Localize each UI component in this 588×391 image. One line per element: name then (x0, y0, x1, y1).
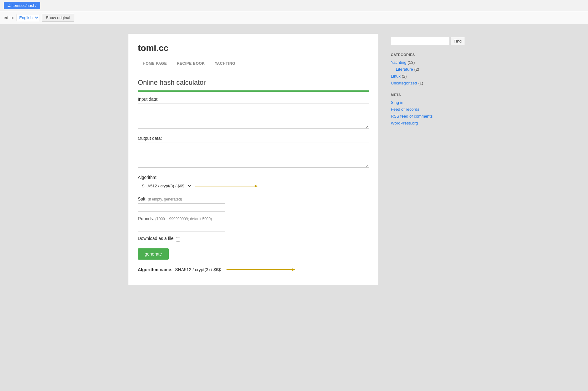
category-link-literature[interactable]: Literature (396, 67, 413, 72)
search-input[interactable] (391, 37, 449, 45)
rounds-section: Rounds: (1000 ~ 999999999; default 5000) (138, 216, 369, 231)
download-label: Download as a file (138, 236, 173, 241)
algorithm-label: Algorithm: (138, 175, 369, 180)
green-divider (138, 90, 369, 92)
algo-name-row: Algorithm name: SHA512 / crypt(3) / $6$ (138, 267, 369, 272)
language-select[interactable]: English (17, 14, 39, 21)
page-title: Online hash calculator (138, 79, 369, 87)
download-section: Download as a file (138, 236, 369, 243)
rounds-label: Rounds: (1000 ~ 999999999; default 5000) (138, 216, 369, 221)
salt-input[interactable] (138, 203, 225, 212)
category-count-yachting: (13) (408, 60, 415, 65)
browser-tab[interactable]: ⇄ tomi.cc/hash/ (4, 2, 40, 9)
find-button[interactable]: Find (450, 37, 465, 45)
search-row: Find (391, 37, 460, 45)
category-uncategorized: Uncategorized (1) (391, 80, 460, 85)
categories-title: CATEGORIES (391, 53, 460, 57)
output-data-textarea[interactable] (138, 143, 369, 168)
meta-rss: RSS feed of comments (391, 114, 460, 119)
category-link-linux[interactable]: Linux (391, 74, 401, 79)
category-count-linux: (2) (402, 74, 407, 79)
algorithm-section: Algorithm: SHA512 / crypt(3) / $6$ SHA25… (138, 175, 369, 190)
category-link-yachting[interactable]: Yachting (391, 60, 406, 65)
output-data-label: Output data: (138, 136, 369, 141)
algorithm-row: SHA512 / crypt(3) / $6$ SHA256 / crypt(3… (138, 182, 369, 190)
generate-button[interactable]: generate (138, 248, 169, 260)
translate-label: ed to: (4, 15, 14, 20)
algo-name-label: Algorithm name: (138, 267, 172, 272)
input-data-label: Input data: (138, 97, 369, 102)
algo-name-value: SHA512 / crypt(3) / $6$ (175, 267, 221, 272)
download-checkbox[interactable] (176, 237, 180, 241)
site-nav: HOME PAGE RECIPE BOOK YACHTING (138, 58, 369, 69)
main-content: tomi.cc HOME PAGE RECIPE BOOK YACHTING O… (128, 34, 378, 285)
tab-url: tomi.cc/hash/ (12, 3, 37, 8)
algorithm-select[interactable]: SHA512 / crypt(3) / $6$ SHA256 / crypt(3… (138, 182, 192, 190)
category-count-uncategorized: (1) (418, 81, 423, 85)
category-link-uncategorized[interactable]: Uncategorized (391, 81, 417, 85)
salt-section: Salt: (if empty, generated) (138, 196, 369, 212)
salt-hint: (if empty, generated) (148, 197, 182, 201)
nav-home[interactable]: HOME PAGE (138, 58, 172, 69)
input-data-section: Input data: (138, 97, 369, 129)
salt-label: Salt: (if empty, generated) (138, 196, 369, 201)
meta-feed: Feed of records (391, 107, 460, 112)
translation-bar: ed to: English Show original (0, 11, 588, 24)
show-original-button[interactable]: Show original (42, 14, 74, 22)
output-data-section: Output data: (138, 136, 369, 169)
algorithm-arrow-annotation (195, 184, 258, 188)
sidebar: Find CATEGORIES Yachting (13) Literature… (391, 34, 460, 285)
meta-signin: Sing in (391, 100, 460, 105)
meta-wordpress: WordPress.org (391, 120, 460, 125)
category-literature: Literature (2) (391, 67, 460, 72)
category-count-literature: (2) (414, 67, 419, 72)
categories-section: CATEGORIES Yachting (13) Literature (2) … (391, 53, 460, 85)
page-container: tomi.cc HOME PAGE RECIPE BOOK YACHTING O… (122, 34, 466, 285)
browser-bar: ⇄ tomi.cc/hash/ (0, 0, 588, 11)
meta-link-wordpress[interactable]: WordPress.org (391, 121, 418, 125)
nav-recipe[interactable]: RECIPE BOOK (172, 58, 210, 69)
nav-yachting[interactable]: YACHTING (210, 58, 240, 69)
svg-marker-1 (255, 185, 258, 187)
svg-marker-3 (292, 268, 295, 271)
meta-link-signin[interactable]: Sing in (391, 100, 403, 105)
page-background: tomi.cc HOME PAGE RECIPE BOOK YACHTING O… (0, 24, 588, 391)
meta-link-rss[interactable]: RSS feed of comments (391, 114, 433, 119)
meta-section: META Sing in Feed of records RSS feed of… (391, 93, 460, 125)
tab-icon: ⇄ (7, 3, 11, 8)
rounds-input[interactable] (138, 223, 225, 231)
category-yachting: Yachting (13) (391, 60, 460, 65)
meta-title: META (391, 93, 460, 97)
site-title: tomi.cc (138, 43, 369, 53)
meta-link-feed[interactable]: Feed of records (391, 107, 419, 112)
algo-name-arrow-annotation (227, 268, 295, 272)
input-data-textarea[interactable] (138, 104, 369, 129)
category-linux: Linux (2) (391, 74, 460, 79)
rounds-hint: (1000 ~ 999999999; default 5000) (155, 217, 212, 221)
